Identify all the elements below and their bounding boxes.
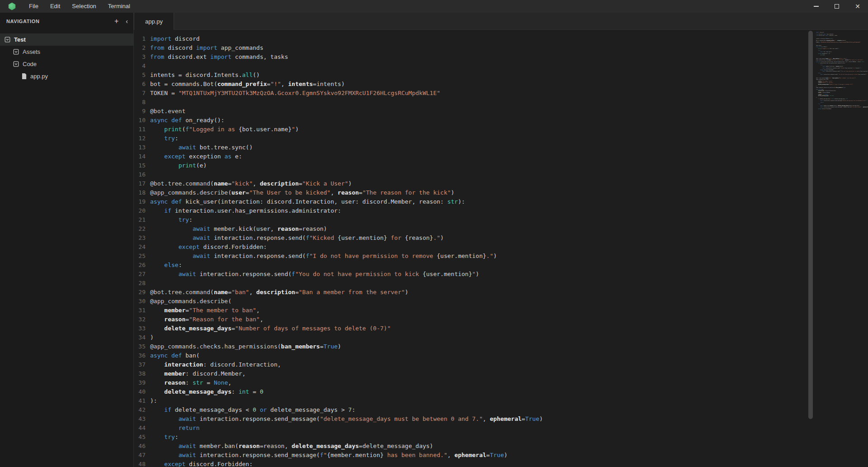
code-line[interactable]: 42 if delete_message_days < 0 or delete_…: [134, 405, 868, 415]
line-number: 30: [134, 297, 146, 306]
folder-collapse-icon: [13, 61, 19, 67]
line-number: 15: [134, 161, 146, 170]
line-number: 47: [134, 451, 146, 460]
code-line[interactable]: 17@bot.tree.command(name="kick", descrip…: [134, 179, 868, 188]
code-line[interactable]: 45 try:: [134, 433, 868, 442]
code-line[interactable]: 12 try:: [134, 134, 868, 143]
code-line[interactable]: 10async def on_ready():: [134, 116, 868, 125]
code-line[interactable]: 24 except discord.Forbidden:: [134, 243, 868, 252]
code-line[interactable]: 11 print(f"Logged in as {bot.user.name}"…: [134, 125, 868, 134]
line-number: 43: [134, 415, 146, 424]
code-line[interactable]: 16: [134, 170, 868, 179]
line-number: 33: [134, 324, 146, 333]
minimap-line: await interaction.response.send(f"You do…: [816, 74, 868, 76]
line-number: 10: [134, 116, 146, 125]
line-number: 28: [134, 279, 146, 288]
collapse-sidebar-icon[interactable]: ‹: [126, 18, 128, 24]
close-button[interactable]: ✕: [847, 0, 868, 13]
line-number: 22: [134, 224, 146, 234]
navigation-sidebar: NAVIGATION + ‹ TestAssetsCodeapp.py: [0, 13, 134, 467]
code-line[interactable]: 48 except discord.Forbidden:: [134, 460, 868, 467]
minimap[interactable]: import discordfrom discord import app_co…: [814, 32, 868, 467]
sidebar-title: NAVIGATION: [6, 19, 39, 24]
line-number: 31: [134, 306, 146, 315]
close-icon: ✕: [855, 3, 860, 10]
code-line[interactable]: 40 delete_message_days: int = 0: [134, 387, 868, 396]
code-line[interactable]: 26 else:: [134, 261, 868, 270]
line-number: 24: [134, 243, 146, 252]
code-line[interactable]: 5intents = discord.Intents.all(): [134, 71, 868, 80]
code-line[interactable]: 3from discord.ext import commands, tasks: [134, 52, 868, 62]
code-line[interactable]: 1import discord: [134, 34, 868, 43]
code-line[interactable]: 44 return: [134, 424, 868, 433]
code-line[interactable]: 29@bot.tree.command(name="ban", descript…: [134, 288, 868, 297]
line-number: 1: [134, 34, 146, 43]
code-line[interactable]: 19async def kick_user(interaction: disco…: [134, 197, 868, 206]
line-number: 34: [134, 333, 146, 342]
code-line[interactable]: 13 await bot.tree.sync(): [134, 143, 868, 152]
line-number: 41: [134, 396, 146, 405]
line-number: 20: [134, 206, 146, 215]
code-line[interactable]: 9@bot.event: [134, 107, 868, 116]
file-tree: TestAssetsCodeapp.py: [0, 33, 133, 82]
code-line[interactable]: 31 member="The member to ban",: [134, 306, 868, 315]
code-line[interactable]: 35@app_commands.checks.has_permissions(b…: [134, 342, 868, 351]
code-line[interactable]: 30@app_commands.describe(: [134, 297, 868, 306]
code-line[interactable]: 43 await interaction.response.send_messa…: [134, 415, 868, 424]
code-line[interactable]: 25 await interaction.response.send(f"I d…: [134, 252, 868, 261]
folder-collapse-icon: [5, 37, 10, 43]
line-number: 48: [134, 460, 146, 467]
line-number: 36: [134, 351, 146, 360]
menu-item-selection[interactable]: Selection: [66, 0, 102, 13]
code-line[interactable]: 47 await interaction.response.send_messa…: [134, 451, 868, 460]
code-editor[interactable]: 1import discord2from discord import app_…: [134, 30, 868, 467]
code-line[interactable]: 34): [134, 333, 868, 342]
code-line[interactable]: 8: [134, 98, 868, 107]
add-icon[interactable]: +: [114, 18, 118, 25]
menu-item-terminal[interactable]: Terminal: [102, 0, 136, 13]
vertical-scrollbar-thumb[interactable]: [808, 31, 813, 419]
code-line[interactable]: 7TOKEN = "MTQ1NTUxMjY3MTU2OTk3MzQzOA.Gco…: [134, 89, 868, 98]
menu-item-edit[interactable]: Edit: [44, 0, 66, 13]
tree-item-app-py[interactable]: app.py: [0, 70, 133, 82]
line-number: 37: [134, 360, 146, 369]
code-line[interactable]: 21 try:: [134, 215, 868, 224]
code-line[interactable]: 22 await member.kick(user, reason=reason…: [134, 224, 868, 234]
sidebar-actions: + ‹: [114, 18, 128, 25]
code-line[interactable]: 4: [134, 62, 868, 71]
code-line[interactable]: 20 if interaction.user.has_permissions.a…: [134, 206, 868, 215]
code-line[interactable]: 18@app_commands.describe(user="The User …: [134, 188, 868, 197]
code-line[interactable]: 23 await interaction.response.send(f"Kic…: [134, 234, 868, 243]
code-line[interactable]: 28: [134, 279, 868, 288]
tree-item-assets[interactable]: Assets: [0, 46, 133, 58]
code-line[interactable]: 14 except exception as e:: [134, 152, 868, 161]
tree-item-label: app.py: [30, 73, 48, 80]
code-line[interactable]: 2from discord import app_commands: [134, 43, 868, 52]
minimize-button[interactable]: [806, 0, 826, 13]
code-line[interactable]: 33 delete_message_days="Number of days o…: [134, 324, 868, 333]
tree-item-label: Test: [14, 36, 26, 43]
line-number: 25: [134, 252, 146, 261]
code-line[interactable]: 46 await member.ban(reason=reason, delet…: [134, 442, 868, 451]
menu-item-file[interactable]: File: [23, 0, 44, 13]
code-line[interactable]: 32 reason="Reason for the ban",: [134, 315, 868, 324]
tree-item-test[interactable]: Test: [0, 33, 133, 46]
code-line[interactable]: 6bot = commands.Bot(command_prefix="!", …: [134, 80, 868, 89]
title-bar: FileEditSelectionTerminal ✕: [0, 0, 868, 13]
line-number: 32: [134, 315, 146, 324]
line-number: 4: [134, 62, 146, 71]
code-line[interactable]: 37 interaction: discord.Interaction,: [134, 360, 868, 369]
code-line[interactable]: 36async def ban(: [134, 351, 868, 360]
tab-app-py[interactable]: app.py: [134, 13, 174, 30]
line-number: 5: [134, 71, 146, 80]
code-line[interactable]: 38 member: discord.Member,: [134, 369, 868, 378]
maximize-button[interactable]: [826, 0, 847, 13]
code-line[interactable]: 15 print(e): [134, 161, 868, 170]
code-pane[interactable]: 1import discord2from discord import app_…: [134, 30, 868, 467]
code-line[interactable]: 27 await interaction.response.send(f"You…: [134, 270, 868, 279]
tree-item-code[interactable]: Code: [0, 58, 133, 70]
minimap-line: await interaction.response.send(f"I do n…: [816, 71, 868, 72]
line-number: 23: [134, 234, 146, 243]
code-line[interactable]: 41):: [134, 396, 868, 405]
code-line[interactable]: 39 reason: str = None,: [134, 378, 868, 387]
